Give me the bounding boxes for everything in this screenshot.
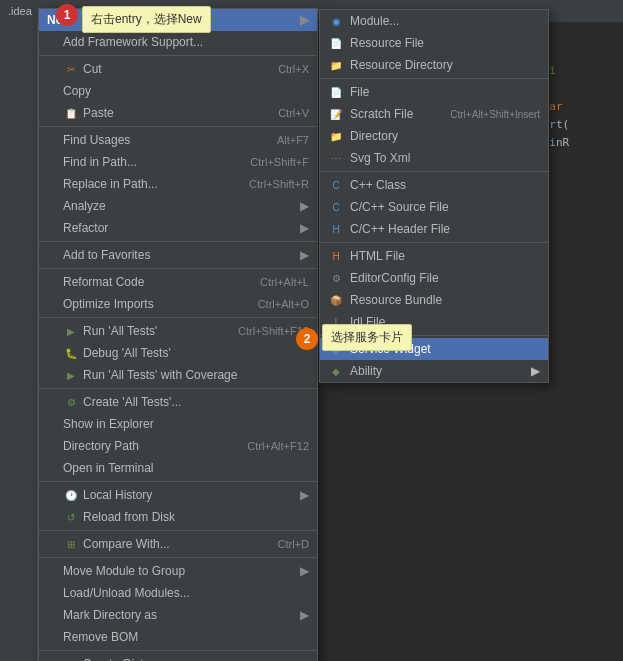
paste-icon: 📋 xyxy=(63,105,79,121)
top-bar-text: .idea xyxy=(8,5,32,17)
local-history-icon: 🕐 xyxy=(63,487,79,503)
menu-item-refactor[interactable]: Refactor ▶ xyxy=(39,217,317,239)
menu-item-create-gist[interactable]: ⊙ Create Gist... xyxy=(39,653,317,661)
separator-8 xyxy=(39,530,317,531)
badge-2: 2 xyxy=(296,328,318,350)
menu-item-find-usages[interactable]: Find Usages Alt+F7 xyxy=(39,129,317,151)
compare-icon: ⊞ xyxy=(63,536,79,552)
menu-item-open-terminal[interactable]: Open in Terminal xyxy=(39,457,317,479)
cpp-header-icon: H xyxy=(328,221,344,237)
svg-icon: ⋯ xyxy=(328,150,344,166)
menu-item-dir-path[interactable]: Directory Path Ctrl+Alt+F12 xyxy=(39,435,317,457)
separator-6 xyxy=(39,388,317,389)
badge-1: 1 xyxy=(56,4,78,26)
separator-1 xyxy=(39,55,317,56)
separator-7 xyxy=(39,481,317,482)
editorconfig-icon: ⚙ xyxy=(328,270,344,286)
new-arrow: ▶ xyxy=(300,13,309,27)
submenu-directory[interactable]: 📁 Directory xyxy=(320,125,548,147)
directory-icon: 📁 xyxy=(328,128,344,144)
menu-item-find-path[interactable]: Find in Path... Ctrl+Shift+F xyxy=(39,151,317,173)
separator-2 xyxy=(39,126,317,127)
ability-icon: ◆ xyxy=(328,363,344,379)
move-arrow: ▶ xyxy=(300,564,309,578)
menu-item-analyze[interactable]: Analyze ▶ xyxy=(39,195,317,217)
create-icon: ⚙ xyxy=(63,394,79,410)
menu-item-reload-disk[interactable]: ↺ Reload from Disk xyxy=(39,506,317,528)
favorites-arrow: ▶ xyxy=(300,248,309,262)
cut-icon: ✂ xyxy=(63,61,79,77)
refactor-arrow: ▶ xyxy=(300,221,309,235)
mark-dir-arrow: ▶ xyxy=(300,608,309,622)
coverage-run-icon: ▶ xyxy=(63,367,79,383)
submenu-file[interactable]: 📄 File xyxy=(320,81,548,103)
tooltip-1: 右击entry，选择New xyxy=(82,6,211,33)
gist-icon: ⊙ xyxy=(63,656,79,661)
separator-5 xyxy=(39,317,317,318)
menu-item-move-module[interactable]: Move Module to Group ▶ xyxy=(39,560,317,582)
menu-item-debug-tests[interactable]: 🐛 Debug 'All Tests' xyxy=(39,342,317,364)
menu-item-load-unload[interactable]: Load/Unload Modules... xyxy=(39,582,317,604)
submenu-ability[interactable]: ◆ Ability ▶ xyxy=(320,360,548,382)
submenu-editorconfig[interactable]: ⚙ EditorConfig File xyxy=(320,267,548,289)
menu-item-cut[interactable]: ✂ Cut Ctrl+X xyxy=(39,58,317,80)
context-menu: New ▶ Add Framework Support... ✂ Cut Ctr… xyxy=(38,8,318,661)
menu-item-create-tests[interactable]: ⚙ Create 'All Tests'... xyxy=(39,391,317,413)
ability-arrow: ▶ xyxy=(531,364,540,378)
file-icon: 📄 xyxy=(328,84,344,100)
html-icon: H xyxy=(328,248,344,264)
scratch-icon: 📝 xyxy=(328,106,344,122)
submenu-module[interactable]: ◉ Module... xyxy=(320,10,548,32)
submenu-cpp-class[interactable]: C C++ Class xyxy=(320,174,548,196)
debug-icon: 🐛 xyxy=(63,345,79,361)
submenu-scratch-file[interactable]: 📝 Scratch File Ctrl+Alt+Shift+Insert xyxy=(320,103,548,125)
separator-9 xyxy=(39,557,317,558)
submenu-sep-2 xyxy=(320,171,548,172)
resource-file-icon: 📄 xyxy=(328,35,344,51)
submenu-resource-bundle[interactable]: 📦 Resource Bundle xyxy=(320,289,548,311)
cpp-class-icon: C xyxy=(328,177,344,193)
menu-item-run-coverage[interactable]: ▶ Run 'All Tests' with Coverage xyxy=(39,364,317,386)
separator-3 xyxy=(39,241,317,242)
cpp-source-icon: C xyxy=(328,199,344,215)
menu-item-replace-path[interactable]: Replace in Path... Ctrl+Shift+R xyxy=(39,173,317,195)
menu-item-mark-dir[interactable]: Mark Directory as ▶ xyxy=(39,604,317,626)
submenu-sep-1 xyxy=(320,78,548,79)
analyze-arrow: ▶ xyxy=(300,199,309,213)
module-icon: ◉ xyxy=(328,13,344,29)
submenu-resource-dir[interactable]: 📁 Resource Directory xyxy=(320,54,548,76)
menu-item-paste[interactable]: 📋 Paste Ctrl+V xyxy=(39,102,317,124)
menu-item-show-explorer[interactable]: Show in Explorer xyxy=(39,413,317,435)
menu-item-optimize[interactable]: Optimize Imports Ctrl+Alt+O xyxy=(39,293,317,315)
submenu-cpp-source[interactable]: C C/C++ Source File xyxy=(320,196,548,218)
menu-item-run-tests[interactable]: ▶ Run 'All Tests' Ctrl+Shift+F10 xyxy=(39,320,317,342)
tooltip-2: 选择服务卡片 xyxy=(322,324,412,351)
run-icon: ▶ xyxy=(63,323,79,339)
submenu-cpp-header[interactable]: H C/C++ Header File xyxy=(320,218,548,240)
submenu-sep-3 xyxy=(320,242,548,243)
resource-bundle-icon: 📦 xyxy=(328,292,344,308)
submenu-svg-xml[interactable]: ⋯ Svg To Xml xyxy=(320,147,548,169)
menu-item-local-history[interactable]: 🕐 Local History ▶ xyxy=(39,484,317,506)
ide-sidebar xyxy=(0,22,38,661)
separator-4 xyxy=(39,268,317,269)
submenu-html-file[interactable]: H HTML File xyxy=(320,245,548,267)
menu-item-reformat[interactable]: Reformat Code Ctrl+Alt+L xyxy=(39,271,317,293)
separator-10 xyxy=(39,650,317,651)
reload-icon: ↺ xyxy=(63,509,79,525)
resource-dir-icon: 📁 xyxy=(328,57,344,73)
menu-item-add-favorites[interactable]: Add to Favorites ▶ xyxy=(39,244,317,266)
submenu-resource-file[interactable]: 📄 Resource File xyxy=(320,32,548,54)
menu-item-compare[interactable]: ⊞ Compare With... Ctrl+D xyxy=(39,533,317,555)
menu-item-add-framework[interactable]: Add Framework Support... xyxy=(39,31,317,53)
menu-item-copy[interactable]: Copy xyxy=(39,80,317,102)
menu-item-remove-bom[interactable]: Remove BOM xyxy=(39,626,317,648)
local-history-arrow: ▶ xyxy=(300,488,309,502)
